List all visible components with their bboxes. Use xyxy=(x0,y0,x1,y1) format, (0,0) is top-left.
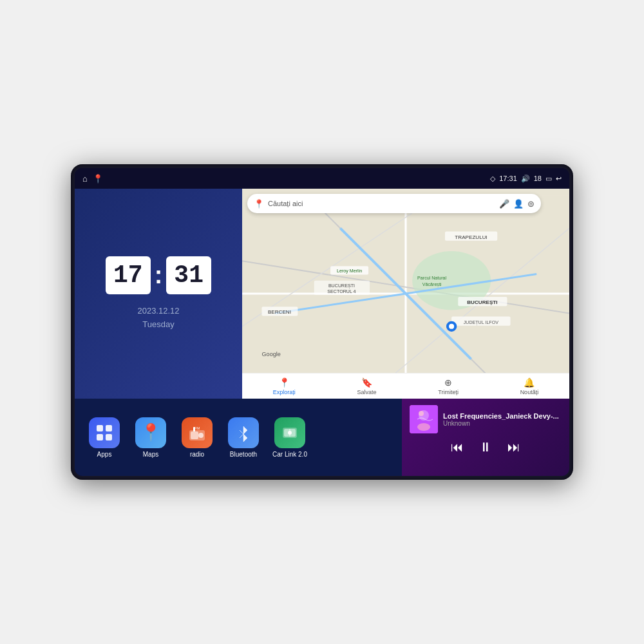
status-bar: ⌂ 📍 ◇ 17:31 🔊 18 ▭ ↩ xyxy=(75,168,569,189)
maps-label: Maps xyxy=(143,451,158,458)
music-text: Lost Frequencies_Janieck Devy-... Unknow… xyxy=(443,412,562,427)
app-item-bluetooth[interactable]: Bluetooth xyxy=(224,417,263,458)
svg-point-40 xyxy=(288,431,292,435)
clock-date: 2023.12.12 Tuesday xyxy=(137,305,179,332)
bluetooth-label: Bluetooth xyxy=(230,451,257,458)
music-controls: ⏮ ⏸ ⏭ xyxy=(410,440,562,455)
apps-grid: Apps 📍 Maps FM xyxy=(75,399,402,476)
voice-search-icon[interactable]: 🎤 xyxy=(499,199,509,209)
app-item-apps[interactable]: Apps xyxy=(85,417,124,458)
app-item-radio[interactable]: FM radio xyxy=(178,417,216,458)
send-icon: ⊕ xyxy=(444,377,452,388)
maps-icon: 📍 xyxy=(135,417,166,448)
saved-icon: 🔖 xyxy=(361,377,372,388)
clock-widget: 17 : 31 2023.12.12 Tuesday xyxy=(75,189,242,399)
send-label: Trimiteți xyxy=(438,389,459,395)
svg-text:BERCENI: BERCENI xyxy=(268,309,291,315)
svg-point-44 xyxy=(419,411,424,416)
svg-rect-33 xyxy=(191,431,198,439)
svg-text:TRAPEZULUI: TRAPEZULUI xyxy=(455,234,487,240)
profile-icon[interactable]: 👤 xyxy=(513,199,524,209)
music-prev-button[interactable]: ⏮ xyxy=(451,440,464,455)
svg-point-34 xyxy=(198,433,204,438)
clock-hours: 17 xyxy=(106,256,151,294)
svg-text:Văcărești: Văcărești xyxy=(422,282,442,287)
apps-icon xyxy=(89,417,120,448)
news-icon: 🔔 xyxy=(524,377,535,388)
bluetooth-icon xyxy=(228,417,259,448)
main-content: 17 : 31 2023.12.12 Tuesday xyxy=(75,189,569,476)
music-thumbnail xyxy=(410,405,438,433)
svg-text:JUDEȚUL ILFOV: JUDEȚUL ILFOV xyxy=(464,320,499,325)
battery-icon: ▭ xyxy=(545,175,552,183)
car-unit-device: ⌂ 📍 ◇ 17:31 🔊 18 ▭ ↩ 17 : xyxy=(71,164,573,480)
map-widget[interactable]: TRAPEZULUI BUCUREȘTI JUDEȚUL ILFOV BERCE… xyxy=(242,189,569,399)
map-nav-saved[interactable]: 🔖 Salvate xyxy=(357,377,377,395)
svg-text:BUCUREȘTI: BUCUREȘTI xyxy=(467,299,497,305)
svg-rect-28 xyxy=(97,425,103,431)
carlink-label: Car Link 2.0 xyxy=(272,451,307,458)
svg-text:BUCUREȘTI: BUCUREȘTI xyxy=(328,283,355,289)
svg-text:Parcul Natural: Parcul Natural xyxy=(417,276,446,281)
music-next-button[interactable]: ⏭ xyxy=(507,440,520,455)
app-item-maps[interactable]: 📍 Maps xyxy=(131,417,170,458)
status-bar-right: ◇ 17:31 🔊 18 ▭ ↩ xyxy=(490,175,562,183)
location-icon[interactable]: 📍 xyxy=(93,174,103,184)
svg-text:Google: Google xyxy=(261,351,280,357)
carlink-icon xyxy=(274,417,305,448)
clock-minutes: 31 xyxy=(166,256,211,294)
back-icon[interactable]: ↩ xyxy=(556,175,562,183)
layers-icon[interactable]: ⊚ xyxy=(527,199,535,209)
news-label: Noutăți xyxy=(520,389,539,395)
saved-label: Salvate xyxy=(357,389,377,395)
svg-text:FM: FM xyxy=(194,426,200,430)
svg-text:SECTORUL 4: SECTORUL 4 xyxy=(327,289,355,294)
map-search-text: Căutați aici xyxy=(268,200,495,207)
home-icon[interactable]: ⌂ xyxy=(82,174,88,184)
map-search-bar[interactable]: 📍 Căutați aici 🎤 👤 ⊚ xyxy=(247,194,541,213)
radio-icon: FM xyxy=(182,417,213,448)
apps-label: Apps xyxy=(97,451,112,458)
clock-display: 17 : 31 xyxy=(106,256,211,294)
signal-icon: ◇ xyxy=(490,175,495,183)
top-section: 17 : 31 2023.12.12 Tuesday xyxy=(75,189,569,399)
bottom-section: Apps 📍 Maps FM xyxy=(75,399,569,476)
music-play-pause-button[interactable]: ⏸ xyxy=(479,440,492,455)
explore-icon: 📍 xyxy=(279,377,290,388)
svg-point-23 xyxy=(449,324,454,329)
device-screen: ⌂ 📍 ◇ 17:31 🔊 18 ▭ ↩ 17 : xyxy=(75,168,569,476)
google-maps-pin-icon: 📍 xyxy=(254,199,264,209)
map-nav-news[interactable]: 🔔 Noutăți xyxy=(520,377,539,395)
svg-rect-30 xyxy=(97,434,103,440)
music-info: Lost Frequencies_Janieck Devy-... Unknow… xyxy=(410,405,562,433)
svg-text:Leroy Merlin: Leroy Merlin xyxy=(337,269,362,274)
battery-level: 18 xyxy=(534,175,542,182)
map-svg: TRAPEZULUI BUCUREȘTI JUDEȚUL ILFOV BERCE… xyxy=(242,189,569,399)
clock-colon: : xyxy=(155,261,163,289)
map-nav-send[interactable]: ⊕ Trimiteți xyxy=(438,377,459,395)
music-artist: Unknown xyxy=(443,420,562,427)
app-item-carlink[interactable]: Car Link 2.0 xyxy=(270,417,309,458)
svg-point-43 xyxy=(417,423,430,431)
music-title: Lost Frequencies_Janieck Devy-... xyxy=(443,412,562,420)
svg-rect-29 xyxy=(106,425,112,431)
volume-icon: 🔊 xyxy=(521,175,530,183)
status-bar-left: ⌂ 📍 xyxy=(82,174,103,184)
music-player: Lost Frequencies_Janieck Devy-... Unknow… xyxy=(402,399,569,476)
status-time: 17:31 xyxy=(499,175,517,182)
svg-rect-31 xyxy=(106,434,112,440)
radio-label: radio xyxy=(190,451,204,458)
map-bottom-nav: 📍 Explorați 🔖 Salvate ⊕ Trimiteți 🔔 xyxy=(242,373,569,399)
map-nav-explore[interactable]: 📍 Explorați xyxy=(273,377,296,395)
explore-label: Explorați xyxy=(273,389,296,395)
